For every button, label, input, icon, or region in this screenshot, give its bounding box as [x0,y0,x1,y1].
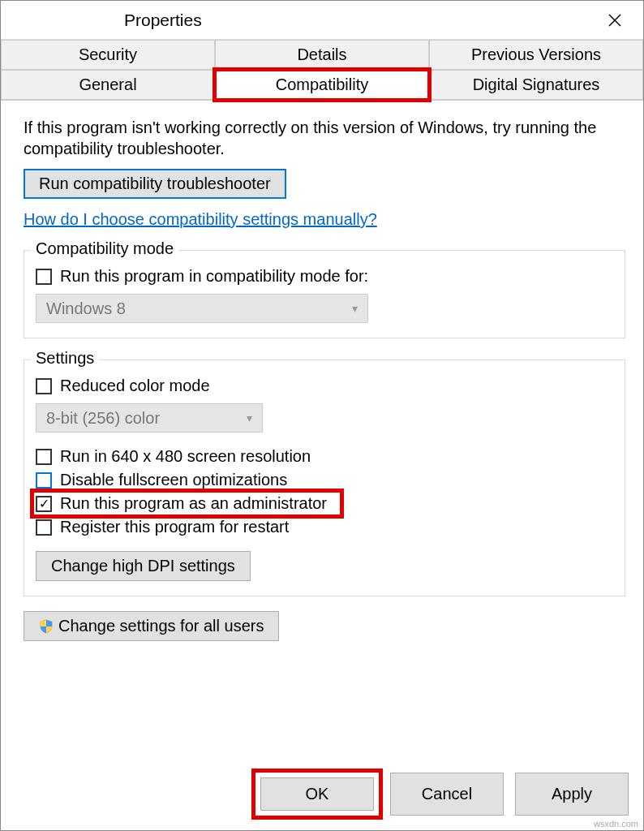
shield-icon [39,619,54,634]
settings-legend: Settings [31,349,99,368]
disable-fullscreen-label: Disable fullscreen optimizations [60,471,287,489]
color-depth-combo[interactable]: 8-bit (256) color ▾ [36,403,263,433]
tab-content: If this program isn't working correctly … [1,101,643,649]
tab-security[interactable]: Security [1,40,215,70]
reduced-color-checkbox[interactable] [36,378,52,394]
ok-highlight: OK [255,773,379,816]
ok-button[interactable]: OK [260,777,374,811]
tab-digital-signatures[interactable]: Digital Signatures [429,70,643,100]
titlebar: Properties [1,1,643,40]
settings-group: Settings Reduced color mode 8-bit (256) … [24,360,625,596]
tab-details[interactable]: Details [215,40,429,70]
compat-mode-combo-value: Windows 8 [46,299,126,318]
close-button[interactable] [596,2,633,39]
compat-mode-label: Run this program in compatibility mode f… [60,267,368,286]
run-as-admin-checkbox[interactable] [36,496,52,512]
tab-previous-versions[interactable]: Previous Versions [429,40,643,70]
compat-mode-combo[interactable]: Windows 8 ▾ [36,294,368,323]
res-640-checkbox[interactable] [36,449,52,465]
change-all-users-button[interactable]: Change settings for all users [24,611,279,641]
cancel-button[interactable]: Cancel [390,773,504,816]
chevron-down-icon: ▾ [247,411,252,424]
tab-strip: Security Details Previous Versions Gener… [1,40,643,101]
dialog-footer: OK Cancel Apply [255,773,629,816]
reduced-color-label: Reduced color mode [60,377,210,395]
compatibility-mode-group: Compatibility mode Run this program in c… [24,250,625,338]
watermark: wsxdn.com [594,819,638,829]
disable-fullscreen-checkbox[interactable] [36,472,52,489]
register-restart-label: Register this program for restart [60,518,289,536]
res-640-label: Run in 640 x 480 screen resolution [60,447,311,466]
chevron-down-icon: ▾ [352,302,358,315]
compat-mode-checkbox[interactable] [36,269,52,285]
register-restart-checkbox[interactable] [36,519,52,536]
compat-mode-legend: Compatibility mode [31,239,178,258]
tab-general[interactable]: General [1,70,215,100]
color-depth-value: 8-bit (256) color [46,409,160,428]
run-as-admin-label: Run this program as an administrator [60,494,327,513]
window-title: Properties [124,11,202,30]
change-all-users-label: Change settings for all users [58,617,264,635]
tab-compatibility[interactable]: Compatibility [215,70,429,100]
intro-text: If this program isn't working correctly … [24,117,625,159]
help-link[interactable]: How do I choose compatibility settings m… [24,210,377,229]
apply-button[interactable]: Apply [515,773,629,816]
close-icon [608,13,622,28]
properties-dialog: Properties Security Details Previous Ver… [0,0,644,831]
run-troubleshooter-button[interactable]: Run compatibility troubleshooter [24,169,286,199]
change-dpi-button[interactable]: Change high DPI settings [36,551,251,581]
